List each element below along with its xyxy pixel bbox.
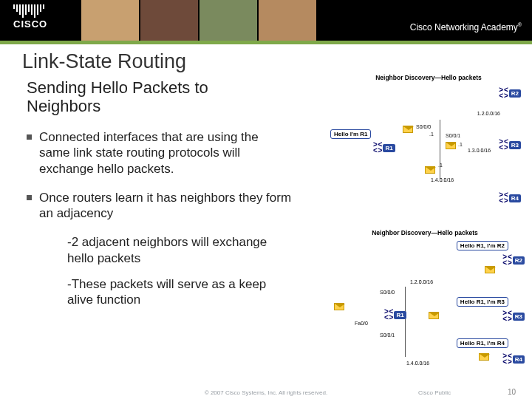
router-label: R3 (513, 313, 525, 321)
speech-text: Hello I'm R1 (330, 129, 371, 139)
network-label: 1.4.0.0/16 (431, 177, 454, 183)
bullet-icon (27, 134, 32, 140)
page-number: 10 (508, 388, 516, 396)
router-label: R2 (509, 89, 521, 98)
router-icon: > << > (384, 309, 392, 321)
router-r4: > << > R4 (502, 353, 525, 365)
hello-bubble: Hello I'm R1 (330, 129, 371, 139)
diagram-top: Neighbor Discovery—Hello packets > << > … (336, 74, 521, 84)
envelope-icon (425, 166, 435, 174)
bullet-1: Connected interfaces that are using the … (27, 129, 293, 177)
router-r2: > << > R2 (499, 87, 521, 99)
router-label: R2 (513, 256, 525, 265)
router-label: R1 (394, 311, 406, 319)
program-name: Cisco Networking Academy® (410, 22, 522, 33)
envelope-icon (334, 303, 344, 310)
bullet-text: Connected interfaces that are using the … (39, 129, 293, 177)
router-r3: > << > R3 (499, 139, 521, 151)
iface-label: S0/0/1 (446, 133, 460, 138)
network-label: 1.2.0.0/16 (477, 111, 500, 116)
body-text: Connected interfaces that are using the … (27, 129, 293, 318)
footer: © 2007 Cisco Systems, Inc. All rights re… (0, 389, 532, 396)
hello-bubble-r4: Hello R1, I'm R4 (457, 338, 508, 348)
diagram-bottom: Neighbor Discovery—Hello packets Hello R… (325, 229, 525, 239)
slide-subtitle: Sending Hello Packets to Neighbors (27, 78, 270, 116)
cisco-logo: CISCO (13, 4, 47, 29)
envelope-icon (485, 266, 495, 273)
iface-dot: .1 (429, 132, 434, 137)
network-label: 1.4.0.0/16 (406, 361, 429, 366)
slide-title: Link-State Routing (22, 50, 186, 73)
speech-text: Hello R1, I'm R3 (457, 297, 508, 307)
router-r1: > << > R1 (384, 309, 406, 321)
router-icon: > << > (502, 254, 511, 266)
router-icon: > << > (502, 353, 511, 365)
speech-text: Hello R1, I'm R4 (457, 338, 508, 348)
iface-label: S0/0/0 (416, 124, 431, 129)
classification: Cisco Public (418, 389, 451, 396)
router-r3: > << > R3 (502, 310, 525, 322)
diagram-caption: Neighbor Discovery—Hello packets (325, 229, 525, 236)
bullet-text: Once routers learn it has neighbors they… (39, 190, 293, 222)
iface-label: Fa0/0 (355, 321, 368, 326)
bullet-icon (27, 195, 32, 200)
router-r4: > << > R4 (499, 192, 521, 204)
router-label: R4 (513, 355, 525, 364)
router-label: R1 (383, 144, 395, 152)
copyright: © 2007 Cisco Systems, Inc. All rights re… (205, 389, 327, 396)
router-r1: > << > R1 (373, 142, 395, 154)
subpoint-1: -2 adjacent neighbors will exchange hell… (67, 234, 282, 266)
cisco-wordmark: CISCO (13, 19, 47, 29)
router-icon: > << > (373, 142, 381, 154)
envelope-icon (403, 126, 413, 133)
subpoint-2: -These packets will serve as a keep aliv… (67, 276, 282, 308)
router-r2: > << > R2 (502, 254, 525, 266)
router-icon: > << > (499, 87, 507, 99)
router-icon: > << > (502, 310, 511, 322)
bullet-2: Once routers learn it has neighbors they… (27, 190, 293, 222)
router-label: R3 (509, 141, 521, 149)
slide: CISCO Cisco Networking Academy® Link-Sta… (0, 0, 532, 399)
network-label: 1.2.0.0/16 (410, 279, 433, 284)
hello-bubble-r3: Hello R1, I'm R3 (457, 297, 508, 307)
banner-photo-strip (81, 0, 318, 41)
iface-label: S0/0/0 (380, 290, 395, 295)
router-icon: > << > (499, 192, 507, 204)
program-label: Cisco Networking Academy (410, 22, 518, 33)
top-banner: CISCO Cisco Networking Academy® (0, 0, 532, 44)
hello-bubble-r2: Hello R1, I'm R2 (457, 241, 508, 250)
link-line (440, 120, 440, 179)
diagram-caption: Neighbor Discovery—Hello packets (336, 74, 521, 81)
cisco-bars-icon (13, 4, 47, 18)
network-label: 1.3.0.0/16 (468, 148, 491, 153)
router-icon: > << > (499, 139, 507, 151)
router-label: R4 (509, 194, 521, 202)
iface-dot: .1 (438, 163, 443, 168)
envelope-icon (479, 353, 489, 361)
iface-dot: .1 (458, 142, 463, 147)
speech-text: Hello R1, I'm R2 (457, 241, 508, 250)
iface-label: S0/0/1 (380, 332, 395, 338)
link-line (405, 287, 406, 357)
trademark-icon: ® (518, 22, 522, 27)
envelope-icon (429, 312, 439, 319)
envelope-icon (446, 142, 456, 149)
banner-accent-bar (0, 41, 532, 44)
